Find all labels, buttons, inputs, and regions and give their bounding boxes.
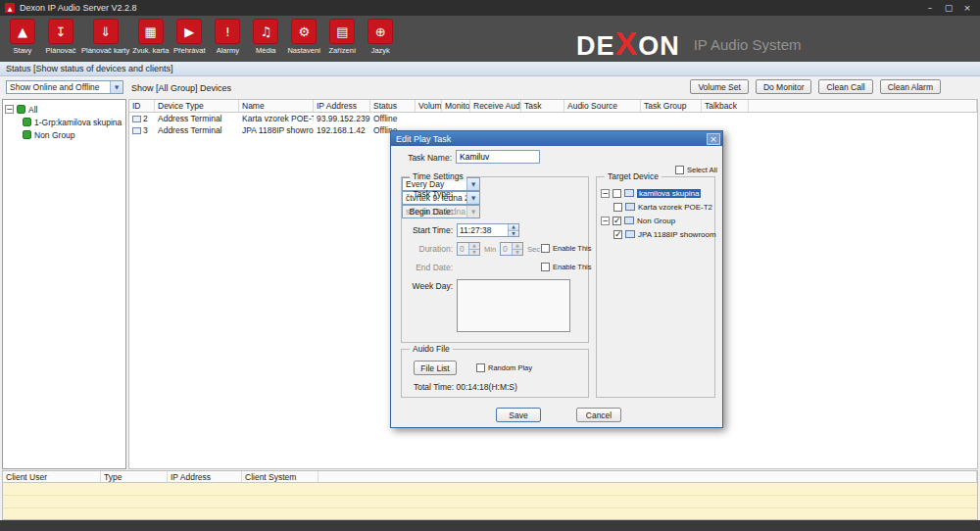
tree-node-label[interactable]: kamilova skupina — [637, 189, 701, 198]
chevron-down-icon[interactable] — [466, 178, 479, 190]
do-monitor-button[interactable]: Do Monitor — [756, 79, 812, 94]
enable-duration-checkbox[interactable]: Enable This — [541, 244, 591, 253]
alarm-icon: ! — [215, 19, 240, 44]
checkbox-icon[interactable] — [541, 263, 550, 271]
column-header[interactable]: ID — [129, 100, 155, 112]
updown-arrows-icon — [468, 243, 479, 255]
device-table-header[interactable]: ID Device Type Name IP Address Status Vo… — [129, 100, 977, 113]
column-header[interactable]: Client System — [242, 471, 318, 482]
target-node-jpa[interactable]: JPA 1188IP showroom — [601, 228, 716, 240]
toolbar-button-alarmy[interactable]: ! Alarmy — [210, 19, 245, 55]
target-node-karta[interactable]: Karta vzorek POE-T2 — [601, 201, 712, 213]
tree-expander-icon[interactable] — [601, 217, 610, 225]
column-header-filler — [749, 100, 977, 112]
close-icon[interactable]: × — [959, 2, 975, 14]
column-header[interactable]: Monitor — [442, 100, 470, 112]
toolbar-button-prehravat[interactable]: ▶ Přehrávat — [172, 19, 207, 55]
toolbar-button-planovac[interactable]: ↧ Plánovač — [43, 19, 78, 55]
column-header[interactable]: Talkback — [702, 100, 749, 112]
start-time-spinner[interactable]: 11:27:38 — [457, 223, 519, 237]
save-button[interactable]: Save — [496, 408, 541, 422]
toolbar-label: Stavy — [14, 46, 32, 55]
client-table-header[interactable]: Client User Type IP Address Client Syste… — [3, 471, 977, 483]
chevron-down-icon — [466, 206, 479, 217]
window-titlebar[interactable]: ▲ Dexon IP Audio Server V2.2.8 – ▢ × — [0, 0, 980, 16]
column-header[interactable]: Client User — [3, 471, 101, 482]
tree-node-label[interactable]: JPA 1188IP showroom — [638, 230, 716, 239]
column-header[interactable]: Task Group — [641, 100, 702, 112]
begin-date-label: Begin Date: — [402, 207, 453, 217]
online-filter-select[interactable]: Show Online and Offline — [6, 80, 123, 94]
tree-expander-icon[interactable] — [601, 189, 610, 198]
minimize-icon[interactable]: – — [922, 2, 938, 14]
checkbox-icon[interactable] — [541, 244, 550, 253]
cancel-button[interactable]: Cancel — [576, 408, 621, 422]
column-header[interactable]: Receive Audio — [470, 100, 521, 112]
toolbar-button-zarizeni[interactable]: ▤ Zařízení — [324, 19, 360, 55]
checkbox-checked-icon[interactable] — [613, 230, 622, 239]
toolbar-button-stavy[interactable]: ▲ Stavy — [5, 19, 40, 55]
main-toolbar: ▲ Stavy ↧ Plánovač ⇓ Plánovač karty ▦ Zv… — [0, 16, 980, 62]
audio-file-legend: Auido File — [410, 344, 453, 354]
column-header[interactable]: Type — [101, 471, 168, 482]
dexon-app-window: ▲ Dexon IP Audio Server V2.2.8 – ▢ × ▲ S… — [0, 0, 980, 531]
tree-node-label[interactable]: Karta vzorek POE-T2 — [638, 203, 712, 212]
column-header[interactable]: IP Address — [168, 471, 242, 482]
file-list-button[interactable]: File List — [414, 361, 457, 375]
column-header[interactable]: Volume — [416, 100, 442, 112]
checkbox-icon[interactable] — [613, 203, 622, 212]
enable-end-date-checkbox[interactable]: Enable This — [541, 263, 591, 271]
column-header[interactable]: IP Address — [314, 100, 370, 112]
duration-label: Duration: — [402, 244, 453, 254]
week-day-listbox[interactable] — [457, 279, 570, 332]
toolbar-button-planovac-karty[interactable]: ⇓ Plánovač karty — [81, 19, 129, 55]
updown-arrows-icon[interactable] — [508, 224, 518, 236]
dialog-close-icon[interactable]: × — [707, 133, 720, 145]
toolbar-button-nastaveni[interactable]: ⚙ Nastavení — [286, 19, 321, 55]
chevron-down-icon[interactable] — [466, 192, 479, 204]
start-time-value: 11:27:38 — [458, 225, 508, 235]
tree-node-label[interactable]: Non Group — [34, 130, 75, 140]
toolbar-button-zvuk-karta[interactable]: ▦ Zvuk. karta — [132, 19, 169, 55]
tree-node-kamilova[interactable]: 1-Grp:kamilova skupina — [5, 116, 123, 128]
min-unit-label: Min — [484, 245, 496, 254]
toolbar-button-jazyk[interactable]: ⊕ Jazyk — [363, 19, 398, 55]
volume-set-button[interactable]: Volume Set — [690, 79, 748, 94]
random-play-checkbox[interactable]: Random Play — [476, 363, 532, 372]
group-icon — [17, 105, 25, 114]
target-node-non-group[interactable]: Non Group — [601, 215, 675, 226]
chevron-down-icon[interactable] — [110, 81, 122, 93]
column-header[interactable]: Task — [521, 100, 564, 112]
checkbox-icon[interactable] — [476, 363, 485, 372]
tree-node-non-group[interactable]: Non Group — [5, 128, 123, 141]
column-header[interactable]: Status — [370, 100, 416, 112]
dialog-titlebar[interactable]: Edit Play Task × — [391, 131, 722, 146]
target-node-kamilova[interactable]: kamilova skupina — [601, 187, 701, 199]
clean-alarm-button[interactable]: Clean Alarm — [880, 79, 941, 94]
enable-end-date-label: Enable This — [553, 263, 591, 271]
tree-node-label[interactable]: All — [28, 105, 37, 115]
bottom-status-bar — [0, 520, 980, 531]
column-header[interactable]: Name — [239, 100, 314, 112]
task-name-input[interactable] — [456, 150, 540, 164]
time-settings-group: Time Settings Task Type: Every Day Begin… — [401, 176, 589, 343]
duration-sec-spinner: 0 — [500, 242, 523, 256]
column-header[interactable]: Audio Source — [564, 100, 641, 112]
tree-node-all[interactable]: All — [5, 103, 123, 116]
toolbar-button-media[interactable]: ♫ Média — [248, 19, 283, 55]
column-header[interactable]: Device Type — [155, 100, 239, 112]
toolbar-label: Plánovač — [46, 46, 76, 55]
updown-arrows-icon — [512, 243, 522, 255]
checkbox-icon[interactable] — [675, 166, 684, 174]
maximize-icon[interactable]: ▢ — [941, 2, 956, 14]
checkbox-icon[interactable] — [612, 189, 621, 198]
tree-node-label[interactable]: 1-Grp:kamilova skupina — [34, 118, 122, 127]
tree-node-label[interactable]: Non Group — [637, 217, 675, 225]
window-title: Dexon IP Audio Server V2.2.8 — [20, 3, 136, 13]
device-row[interactable]: 2 Address Terminal Karta vzorek POE-T2 9… — [129, 113, 977, 124]
select-all-checkbox[interactable]: Select All — [675, 166, 717, 174]
clean-call-button[interactable]: Clean Call — [818, 79, 872, 94]
tree-expander-icon[interactable] — [5, 105, 14, 114]
checkbox-checked-icon[interactable] — [612, 217, 621, 225]
window-controls: – ▢ × — [922, 2, 975, 14]
